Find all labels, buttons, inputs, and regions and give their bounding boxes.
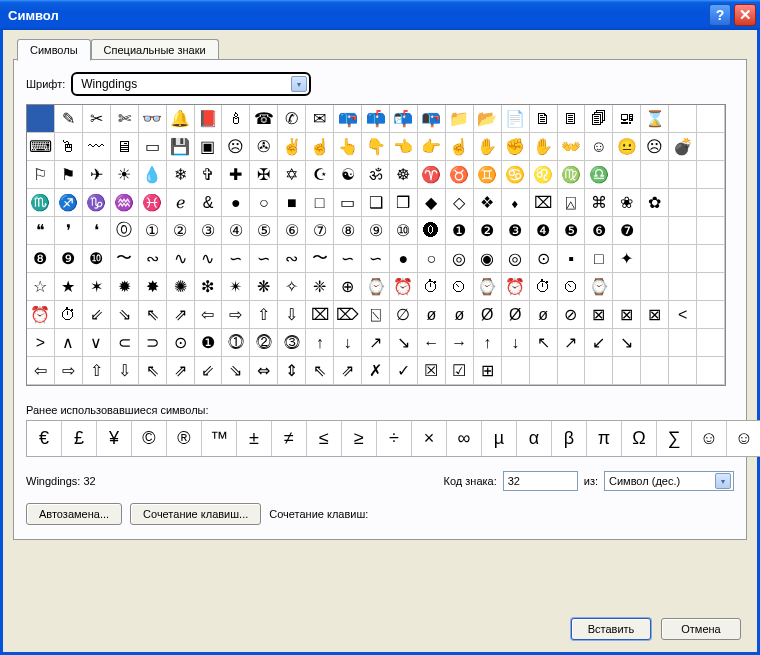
recent-cell[interactable]: ☺	[692, 421, 727, 456]
symbol-cell[interactable]: ✆	[278, 105, 306, 133]
symbol-cell[interactable]: ☪	[306, 161, 334, 189]
symbol-cell[interactable]	[530, 357, 558, 385]
close-button[interactable]: ✕	[734, 4, 756, 26]
symbol-cell[interactable]: 🔔	[167, 105, 195, 133]
symbol-cell[interactable]: ○	[418, 245, 446, 273]
symbol-cell[interactable]: ✇	[250, 133, 278, 161]
symbol-cell[interactable]: ✹	[111, 273, 139, 301]
symbol-cell[interactable]: ⇩	[111, 357, 139, 385]
symbol-cell[interactable]: ♐	[55, 189, 83, 217]
symbol-cell[interactable]: Ø	[474, 301, 502, 329]
symbol-cell[interactable]: ✞	[195, 161, 223, 189]
symbol-cell[interactable]: ⇦	[27, 357, 55, 385]
symbol-cell[interactable]: 📕	[195, 105, 223, 133]
symbol-cell[interactable]: ⌚	[585, 273, 613, 301]
symbol-cell[interactable]: 💧	[139, 161, 167, 189]
symbol-cell[interactable]: ✿	[641, 189, 669, 217]
symbol-cell[interactable]	[669, 357, 697, 385]
symbol-cell[interactable]: ∽	[362, 245, 390, 273]
recent-cell[interactable]: ≥	[342, 421, 377, 456]
symbol-cell[interactable]: 👓	[139, 105, 167, 133]
symbol-cell[interactable]: ↙	[585, 329, 613, 357]
recent-cell[interactable]: ¥	[97, 421, 132, 456]
symbol-cell[interactable]: ◉	[474, 245, 502, 273]
symbol-cell[interactable]: ∾	[278, 245, 306, 273]
symbol-cell[interactable]: ⌨	[27, 133, 55, 161]
symbol-cell[interactable]	[613, 357, 641, 385]
symbol-cell[interactable]: ❜	[55, 217, 83, 245]
symbol-cell[interactable]: 📪	[334, 105, 362, 133]
symbol-cell[interactable]: ✧	[278, 273, 306, 301]
symbol-cell[interactable]: ⇖	[139, 357, 167, 385]
symbol-cell[interactable]: ⍂	[362, 301, 390, 329]
symbol-cell[interactable]: 😐	[613, 133, 641, 161]
symbol-cell[interactable]: 🖳	[613, 105, 641, 133]
symbol-cell[interactable]: ↑	[474, 329, 502, 357]
symbol-cell[interactable]: ⍓	[558, 189, 586, 217]
symbol-cell[interactable]: ↘	[613, 329, 641, 357]
symbol-cell[interactable]: ⇧	[250, 301, 278, 329]
symbol-cell[interactable]: ✈	[83, 161, 111, 189]
symbol-cell[interactable]: ⏲	[446, 273, 474, 301]
symbol-cell[interactable]: ⊠	[641, 301, 669, 329]
symbol-cell[interactable]: ⓷	[278, 329, 306, 357]
recent-cell[interactable]: ÷	[377, 421, 412, 456]
from-dropdown-button[interactable]: ▾	[715, 473, 731, 489]
symbol-cell[interactable]: ⓿	[418, 217, 446, 245]
symbol-cell[interactable]	[27, 105, 55, 133]
symbol-cell[interactable]: ⑦	[306, 217, 334, 245]
recent-cell[interactable]: £	[62, 421, 97, 456]
symbol-cell[interactable]: ❀	[613, 189, 641, 217]
symbol-cell[interactable]: ∧	[55, 329, 83, 357]
recent-cell[interactable]: €	[27, 421, 62, 456]
symbol-cell[interactable]: Ø	[502, 301, 530, 329]
symbol-cell[interactable]: 📭	[418, 105, 446, 133]
symbol-cell[interactable]: 👉	[418, 133, 446, 161]
symbol-cell[interactable]: ⏰	[27, 301, 55, 329]
symbol-cell[interactable]: ❹	[530, 217, 558, 245]
symbol-cell[interactable]: ⏱	[55, 301, 83, 329]
symbol-cell[interactable]: 👆	[334, 133, 362, 161]
symbol-cell[interactable]: 📂	[474, 105, 502, 133]
symbol-cell[interactable]: ♌	[530, 161, 558, 189]
recent-cell[interactable]: ∑	[657, 421, 692, 456]
symbol-cell[interactable]: ♒	[111, 189, 139, 217]
symbol-cell[interactable]: ②	[167, 217, 195, 245]
symbol-cell[interactable]	[613, 161, 641, 189]
symbol-cell[interactable]: 📫	[362, 105, 390, 133]
symbol-cell[interactable]: 📬	[390, 105, 418, 133]
symbol-cell[interactable]: ⑥	[278, 217, 306, 245]
symbol-cell[interactable]: ❶	[195, 329, 223, 357]
symbol-cell[interactable]: ∾	[139, 245, 167, 273]
symbol-cell[interactable]	[697, 217, 725, 245]
symbol-cell[interactable]	[585, 357, 613, 385]
symbol-cell[interactable]: ⏱	[530, 273, 558, 301]
symbol-cell[interactable]: ❑	[362, 189, 390, 217]
symbol-cell[interactable]: ✚	[222, 161, 250, 189]
symbol-cell[interactable]: ☺	[585, 133, 613, 161]
symbol-cell[interactable]: ③	[195, 217, 223, 245]
symbol-cell[interactable]: ⊘	[558, 301, 586, 329]
shortcut-key-button[interactable]: Сочетание клавиш...	[130, 503, 261, 525]
symbol-cell[interactable]: ☯	[334, 161, 362, 189]
symbol-cell[interactable]: ⇘	[111, 301, 139, 329]
symbol-cell[interactable]: ◆	[418, 189, 446, 217]
symbol-cell[interactable]	[697, 273, 725, 301]
recent-cell[interactable]: ±	[237, 421, 272, 456]
symbol-cell[interactable]: ⚐	[27, 161, 55, 189]
symbol-cell[interactable]: ❺	[558, 217, 586, 245]
symbol-cell[interactable]: ①	[139, 217, 167, 245]
symbol-cell[interactable]: ⇨	[222, 301, 250, 329]
help-button[interactable]: ?	[709, 4, 731, 26]
symbol-cell[interactable]	[641, 357, 669, 385]
symbol-cell[interactable]	[697, 161, 725, 189]
symbol-cell[interactable]: ♊	[474, 161, 502, 189]
symbol-cell[interactable]: ⇖	[139, 301, 167, 329]
symbol-cell[interactable]: ❖	[474, 189, 502, 217]
symbol-cell[interactable]: ⇦	[195, 301, 223, 329]
symbol-cell[interactable]: ☸	[390, 161, 418, 189]
symbol-cell[interactable]: ⊠	[613, 301, 641, 329]
symbol-cell[interactable]: ⊃	[139, 329, 167, 357]
symbol-cell[interactable]: ♓	[139, 189, 167, 217]
recent-cell[interactable]: α	[517, 421, 552, 456]
